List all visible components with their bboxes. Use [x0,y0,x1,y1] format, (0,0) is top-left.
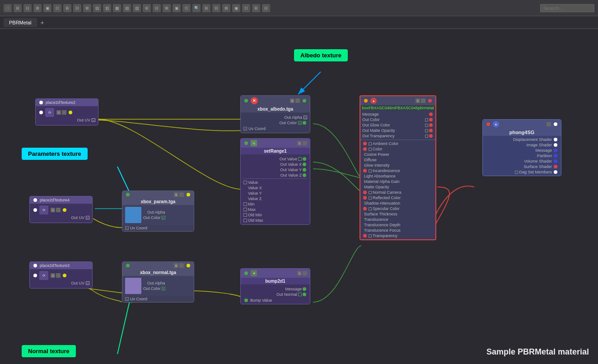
shader-out-transp-row: Out Transparency [360,133,435,139]
phong4sg-node[interactable]: ● phong4SG Displacement Shader Image Sha… [482,119,561,176]
s-out-color-port [429,118,433,121]
place2d-texture3-title: place2dTexture3 [40,263,70,268]
shader-out-matte-row: Out Matte Opacity [360,128,435,133]
toolbar-icon-16[interactable]: ⊟ [153,4,161,12]
toolbar-icon-27[interactable]: ⊟ [262,4,270,12]
shader-out-port [428,99,432,103]
albedo-annotation: Albedo texture [294,49,348,61]
s-trans-port [363,234,367,238]
x-button[interactable]: ✕ [251,97,258,104]
tab-add-button[interactable]: + [38,18,47,27]
toolbar-icon-3[interactable]: ⊟ [23,4,32,12]
toolbar-icon-22[interactable]: ⊟ [212,4,220,12]
toolbar-icon-26[interactable]: ⊞ [252,4,260,12]
s-reflect-port [363,196,367,200]
s-transp-port [429,134,433,138]
albedo-dollar-icon: $ [290,98,294,103]
toolbar-icon-24[interactable]: ▣ [232,4,240,12]
place2d-texture2-node[interactable]: place2dTexture2 ⟳ $ Out UV + [35,98,98,126]
bump-out-normal-row: Out Normal [243,292,307,297]
phong-displacement-row: Displacement Shader [483,137,561,142]
place2d-t2-out-port [69,111,72,114]
normal-lines-icon [179,263,184,268]
shader-lines-icon [421,98,425,103]
place2d-texture3-node[interactable]: place2dTexture3 ⟳ $ Out UV + [29,261,93,289]
dollar-icon-t4: $ [51,208,55,212]
setrange-in-port [244,141,248,145]
s-glow-port [429,123,433,127]
toolbar-icon-25[interactable]: ⊡ [242,4,250,12]
place2d-t3-in-port [33,264,37,267]
toolbar-icon-7[interactable]: ⊞ [63,4,71,12]
toolbar-icon-12[interactable]: ▦ [113,4,121,12]
place2d-t4-port1 [33,208,37,212]
bump-value-row: Bump Value [243,298,307,303]
normal-dollar-icon: $ [174,263,178,268]
xbox-albedo-node[interactable]: ✕ $ xbox_albedo.tga Out Alpha + Out Colo… [240,95,310,133]
xbox-normal-title: xbox_normal.tga [122,269,194,276]
shader-in-port [364,99,368,103]
matte-opacity-row: Matte Opacity [360,184,435,190]
phong-part-port [554,154,557,158]
place2d-texture2-in-port [39,101,43,104]
toolbar-icon-15[interactable]: ⊞ [143,4,151,12]
reflected-color-row: Reflected Color [360,195,435,201]
sr-out-vz-port [303,173,306,177]
toolbar-icon-19[interactable]: ⊡ [182,4,191,12]
tabbar: PBRMetal + [0,16,598,29]
place2d-t2-uv-row: Out UV + [38,118,95,122]
incandescence-row: Incandescence [360,168,435,173]
toolbar-icon-18[interactable]: ▣ [173,4,181,12]
toolbar-icon-14[interactable]: ▨ [133,4,141,12]
toolbar-icon-10[interactable]: ▤ [93,4,101,12]
albedo-out-color-row: Out Color + [243,121,307,125]
param-preview [125,207,141,223]
toolbar: □ ⊞ ⊟ ⊠ ▣ ⊡ ⊞ ⊟ ⊠ ▤ ▥ ▦ ▧ ▨ ⊞ ⊟ ⊠ ▣ ⊡ 🔍 … [0,0,598,16]
s-specular-port [363,207,367,210]
bottom-label: Sample PBRMetal material [486,347,589,357]
shader-node[interactable]: ● $ boxFBXASC046mFBXASC046pbrmetal Messa… [360,95,436,240]
albedo-out-port [303,99,306,103]
lines-icon-t3 [56,273,61,278]
diffuse-row: Diffuse [360,157,435,163]
toolbar-icon-9[interactable]: ⊠ [83,4,91,12]
xbox-param-title: xbox_param.tga [122,198,194,205]
svg-line-2 [89,289,123,293]
toolbar-icon-5[interactable]: ▣ [43,4,51,12]
sr-old-max-row: Old Max [243,218,307,223]
shader-title: boxFBXASC046mFBXASC046pbrmetal [360,105,435,111]
tab-pbrmetal[interactable]: PBRMetal [4,18,37,27]
phong-dagset-row: Dag Set Members [483,169,561,175]
toolbar-icon-2[interactable]: ⊞ [14,4,22,12]
xbox-normal-node[interactable]: $ xbox_normal.tga Out Alpha Out Color + … [122,261,194,303]
bump2d1-node[interactable]: ◈ $ bump2d1 Message Out Normal Bump Valu… [240,268,310,304]
setrange1-node[interactable]: ∿ $ setRange1 Out Value Out Value X Out … [240,138,310,225]
toolbar-icon-8[interactable]: ⊟ [73,4,81,12]
xbox-albedo-header: ✕ $ [241,96,310,106]
phong-surface-row: Surface Shader [483,164,561,169]
search-input[interactable] [540,4,594,12]
place2d-texture4-title: place2dTexture4 [40,198,70,202]
place2d-t3-uv-row: Out UV + [33,281,89,285]
place2d-t4-in-port [33,198,37,202]
sr-value-row: Value [243,180,307,185]
place2d-texture3-header: place2dTexture3 [30,262,92,269]
toolbar-icon-4[interactable]: ⊠ [33,4,42,12]
dollar-icon-t3: $ [51,273,55,278]
toolbar-icon-21[interactable]: ⊞ [202,4,210,12]
s-color-port [363,147,367,151]
toolbar-icon-13[interactable]: ▧ [123,4,131,12]
toolbar-icon-6[interactable]: ⊡ [53,4,61,12]
albedo-out-alpha-row: Out Alpha + [243,115,307,120]
sr-min-row: Min [243,201,307,207]
toolbar-icon-23[interactable]: ⊠ [222,4,230,12]
toolbar-icon-17[interactable]: ⊠ [163,4,171,12]
phong-disp-port [554,138,557,141]
phong-img-port [554,143,557,147]
xbox-param-node[interactable]: $ xbox_param.tga Out Alpha Out Color + +… [122,191,194,232]
place2d-texture4-node[interactable]: place2dTexture4 ⟳ $ Out UV + [29,196,93,223]
toolbar-icon-1[interactable]: □ [4,4,12,12]
toolbar-icon-11[interactable]: ▥ [103,4,111,12]
s-incand-port [363,169,367,173]
bump-value-in-port [244,299,248,302]
